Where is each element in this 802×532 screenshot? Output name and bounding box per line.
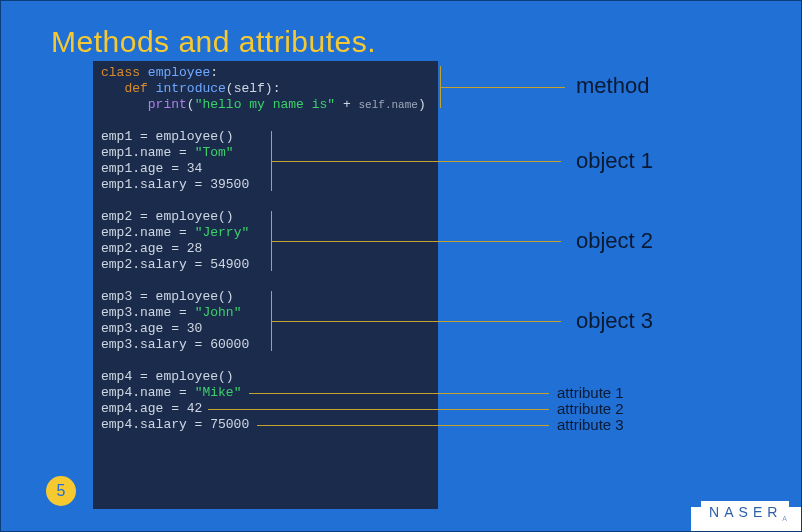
emp4-name-str: "Mike" — [195, 385, 242, 400]
kw-class: class — [101, 65, 140, 80]
emp1-line4: emp1.salary = 39500 — [101, 177, 249, 192]
emp3-name-str: "John" — [195, 305, 242, 320]
method-line — [440, 87, 565, 88]
emp4-line2-pre: emp4.name = — [101, 385, 195, 400]
attr3-line — [257, 425, 549, 426]
kw-def: def — [124, 81, 147, 96]
brand-label: NASERA — [701, 501, 789, 525]
plus: + — [335, 97, 358, 112]
emp1-line2-pre: emp1.name = — [101, 145, 195, 160]
page-number-badge: 5 — [46, 476, 76, 506]
slide-title: Methods and attributes. — [51, 25, 376, 59]
label-attr2: attribute 2 — [557, 400, 624, 417]
obj1-line — [271, 161, 561, 162]
attr2-line — [208, 409, 549, 410]
paren-close: ) — [418, 97, 426, 112]
call-print: print — [148, 97, 187, 112]
emp2-name-str: "Jerry" — [195, 225, 250, 240]
emp1-line3: emp1.age = 34 — [101, 161, 202, 176]
emp3-line3: emp3.age = 30 — [101, 321, 202, 336]
label-attr1: attribute 1 — [557, 384, 624, 401]
class-name: employee — [148, 65, 210, 80]
code-block: class employee: def introduce(self): pri… — [93, 61, 438, 509]
emp2-line1: emp2 = employee() — [101, 209, 234, 224]
brand-text: NASER — [709, 504, 782, 520]
label-method: method — [576, 73, 649, 99]
emp2-line3: emp2.age = 28 — [101, 241, 202, 256]
fn-name: introduce — [156, 81, 226, 96]
emp4-line1: emp4 = employee() — [101, 369, 234, 384]
emp2-line4: emp2.salary = 54900 — [101, 257, 249, 272]
brand-dot: A — [782, 515, 787, 522]
fn-args: (self): — [226, 81, 281, 96]
emp3-line1: emp3 = employee() — [101, 289, 234, 304]
label-object2: object 2 — [576, 228, 653, 254]
str-hello: "hello my name is" — [195, 97, 335, 112]
colon: : — [210, 65, 218, 80]
emp2-line2-pre: emp2.name = — [101, 225, 195, 240]
label-attr3: attribute 3 — [557, 416, 624, 433]
emp3-line4: emp3.salary = 60000 — [101, 337, 249, 352]
self-name: self.name — [358, 99, 417, 111]
emp1-line1: emp1 = employee() — [101, 129, 234, 144]
obj2-line — [271, 241, 561, 242]
label-object1: object 1 — [576, 148, 653, 174]
emp4-line4: emp4.salary = 75000 — [101, 417, 249, 432]
emp1-name-str: "Tom" — [195, 145, 234, 160]
paren-open: ( — [187, 97, 195, 112]
emp3-line2-pre: emp3.name = — [101, 305, 195, 320]
obj3-line — [271, 321, 561, 322]
label-object3: object 3 — [576, 308, 653, 334]
emp4-line3: emp4.age = 42 — [101, 401, 202, 416]
attr1-line — [249, 393, 549, 394]
